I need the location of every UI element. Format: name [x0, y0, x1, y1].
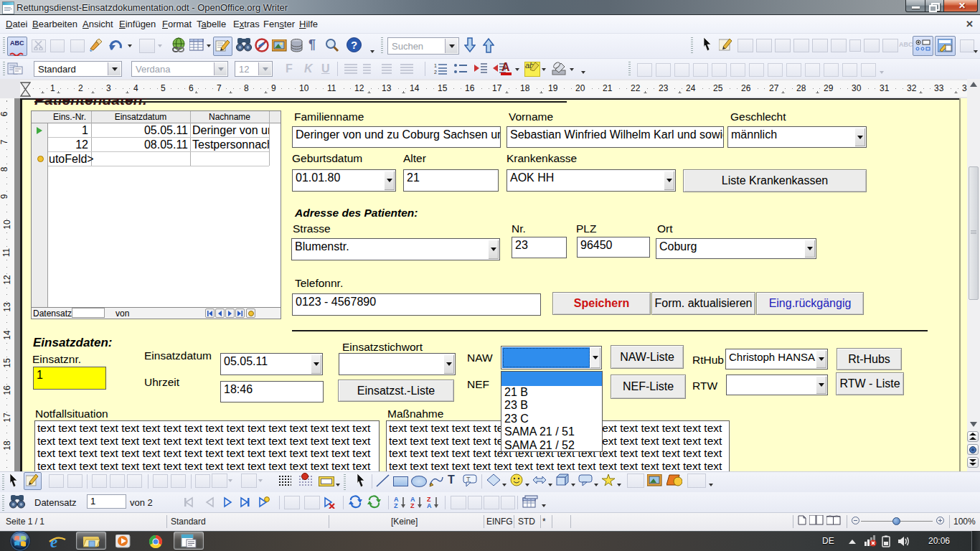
- svg-text:e: e: [50, 534, 57, 549]
